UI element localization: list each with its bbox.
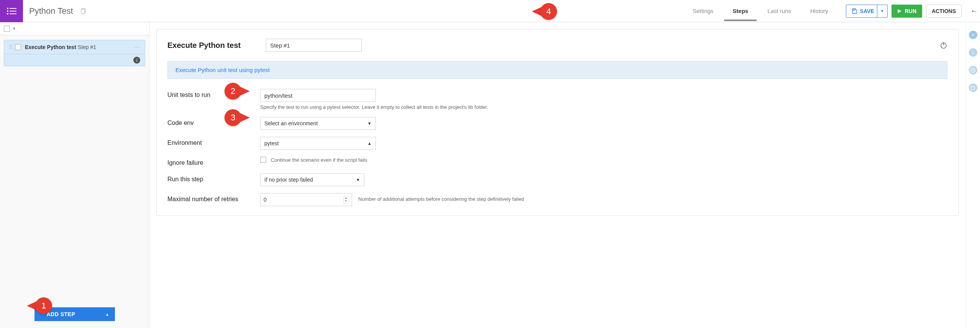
code-env-label: Code env (167, 117, 260, 126)
rail-add-icon[interactable]: + (969, 31, 977, 39)
ignore-failure-text: Continue the scenario even if the script… (271, 157, 367, 163)
save-button[interactable]: SAVE (846, 5, 880, 18)
list-icon (7, 7, 16, 15)
select-all-checkbox[interactable] (4, 26, 10, 32)
rail-chat-icon[interactable] (969, 66, 977, 74)
chevron-down-icon: ▼ (356, 177, 360, 182)
actions-button[interactable]: ACTIONS (926, 5, 962, 18)
step-name-input[interactable] (266, 39, 362, 52)
svg-rect-7 (81, 10, 85, 14)
tab-last-runs[interactable]: Last runs (759, 1, 800, 21)
step-name-label: Step #1 (78, 44, 96, 50)
save-dropdown[interactable]: ▼ (877, 5, 888, 18)
svg-point-2 (7, 10, 8, 12)
ignore-failure-label: Ignore failure (167, 157, 260, 166)
panel-title: Execute Python test (167, 41, 241, 50)
svg-point-4 (7, 13, 8, 15)
more-icon[interactable]: ⋯ (134, 44, 140, 50)
chevron-up-icon: ▲ (105, 312, 115, 317)
run-this-step-label: Run this step (167, 173, 260, 183)
max-retries-label: Maximal number of retries (167, 193, 260, 203)
play-icon (897, 9, 902, 13)
step-checkbox[interactable] (15, 44, 21, 50)
menu-toggle[interactable] (0, 0, 23, 22)
svg-point-0 (7, 8, 8, 9)
run-button[interactable]: RUN (892, 5, 922, 18)
power-icon[interactable] (940, 41, 947, 49)
chevron-down-icon: ▼ (880, 9, 884, 13)
step-card[interactable]: ⠿ Execute Python test Step #1 ⋯ i (4, 40, 145, 66)
chevron-down-icon: ▼ (367, 121, 372, 126)
unit-tests-help: Specify the test to run using a pytest s… (260, 104, 947, 110)
code-env-select[interactable]: Select an environment ▼ (260, 117, 376, 130)
spinner-icon[interactable]: ▲▼ (343, 196, 349, 203)
step-description: Execute Python unit test using pytest (167, 61, 947, 79)
tabs: Settings Steps Last runs History (684, 1, 836, 21)
svg-rect-8 (853, 9, 855, 10)
rail-info-icon[interactable]: i (969, 48, 977, 57)
chevron-down-icon[interactable]: ▼ (12, 26, 16, 31)
tab-steps[interactable]: Steps (724, 1, 757, 21)
unit-tests-input[interactable] (260, 89, 376, 102)
max-retries-help: Number of additional attempts before con… (358, 193, 524, 206)
page-title: Python Test (23, 6, 79, 16)
svg-point-11 (971, 68, 975, 72)
chevron-up-icon: ▲ (367, 141, 372, 146)
step-type-label: Execute Python test (25, 44, 76, 50)
info-icon[interactable]: i (133, 57, 140, 64)
max-retries-input[interactable]: 0 ▲▼ (260, 193, 352, 206)
environment-select[interactable]: pytest ▲ (260, 137, 376, 150)
svg-rect-3 (10, 11, 16, 11)
collapse-arrow-icon[interactable]: ← (969, 7, 980, 15)
copy-icon[interactable] (81, 8, 87, 14)
tab-history[interactable]: History (802, 1, 837, 21)
tab-settings[interactable]: Settings (684, 1, 722, 21)
rail-clock-icon[interactable] (969, 84, 977, 92)
ignore-failure-checkbox[interactable] (260, 157, 266, 163)
svg-rect-5 (10, 13, 16, 14)
add-step-button[interactable]: ADD STEP ▲ (34, 307, 115, 321)
drag-handle-icon[interactable]: ⠿ (9, 44, 12, 50)
run-this-step-select[interactable]: If no prior step failed ▼ (260, 173, 364, 186)
save-icon (852, 8, 857, 14)
svg-point-12 (972, 69, 974, 71)
environment-label: Environment (167, 137, 260, 146)
unit-tests-label: Unit tests to run (167, 89, 260, 98)
svg-rect-1 (10, 8, 16, 9)
